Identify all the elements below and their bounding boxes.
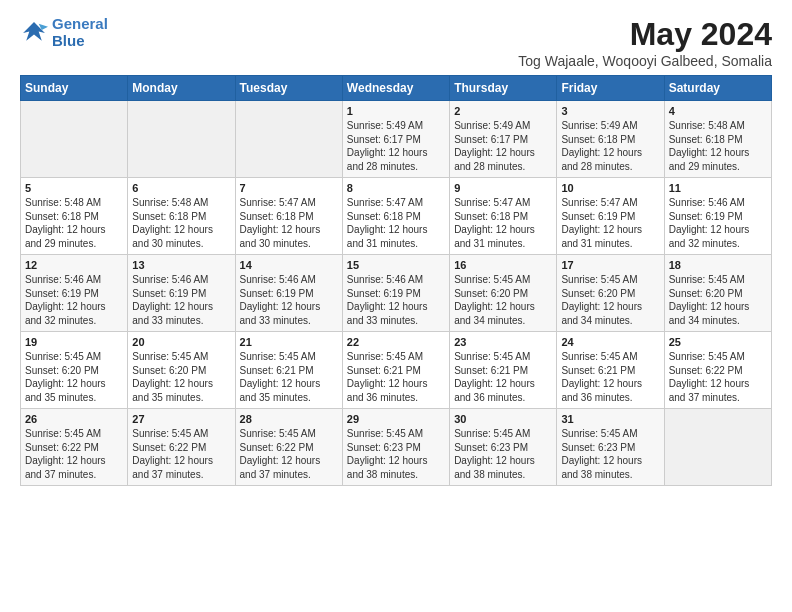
day-number: 24 xyxy=(561,336,659,348)
cell-week1-day3: 1Sunrise: 5:49 AM Sunset: 6:17 PM Daylig… xyxy=(342,101,449,178)
calendar-table: SundayMondayTuesdayWednesdayThursdayFrid… xyxy=(20,75,772,486)
header: General Blue May 2024 Tog Wajaale, Woqoo… xyxy=(20,16,772,69)
cell-week4-day6: 25Sunrise: 5:45 AM Sunset: 6:22 PM Dayli… xyxy=(664,332,771,409)
day-content: Sunrise: 5:48 AM Sunset: 6:18 PM Dayligh… xyxy=(25,196,123,250)
day-number: 8 xyxy=(347,182,445,194)
cell-week5-day2: 28Sunrise: 5:45 AM Sunset: 6:22 PM Dayli… xyxy=(235,409,342,486)
cell-week4-day4: 23Sunrise: 5:45 AM Sunset: 6:21 PM Dayli… xyxy=(450,332,557,409)
day-number: 29 xyxy=(347,413,445,425)
main-title: May 2024 xyxy=(518,16,772,53)
day-number: 27 xyxy=(132,413,230,425)
day-header-friday: Friday xyxy=(557,76,664,101)
day-content: Sunrise: 5:45 AM Sunset: 6:21 PM Dayligh… xyxy=(347,350,445,404)
day-content: Sunrise: 5:48 AM Sunset: 6:18 PM Dayligh… xyxy=(669,119,767,173)
day-header-saturday: Saturday xyxy=(664,76,771,101)
day-header-tuesday: Tuesday xyxy=(235,76,342,101)
day-content: Sunrise: 5:46 AM Sunset: 6:19 PM Dayligh… xyxy=(240,273,338,327)
day-number: 11 xyxy=(669,182,767,194)
day-number: 13 xyxy=(132,259,230,271)
cell-week5-day5: 31Sunrise: 5:45 AM Sunset: 6:23 PM Dayli… xyxy=(557,409,664,486)
page: General Blue May 2024 Tog Wajaale, Woqoo… xyxy=(0,0,792,612)
day-content: Sunrise: 5:49 AM Sunset: 6:17 PM Dayligh… xyxy=(347,119,445,173)
cell-week3-day0: 12Sunrise: 5:46 AM Sunset: 6:19 PM Dayli… xyxy=(21,255,128,332)
cell-week3-day1: 13Sunrise: 5:46 AM Sunset: 6:19 PM Dayli… xyxy=(128,255,235,332)
day-number: 21 xyxy=(240,336,338,348)
cell-week5-day6 xyxy=(664,409,771,486)
day-number: 5 xyxy=(25,182,123,194)
day-content: Sunrise: 5:47 AM Sunset: 6:18 PM Dayligh… xyxy=(347,196,445,250)
day-number: 17 xyxy=(561,259,659,271)
cell-week1-day4: 2Sunrise: 5:49 AM Sunset: 6:17 PM Daylig… xyxy=(450,101,557,178)
day-number: 6 xyxy=(132,182,230,194)
cell-week2-day3: 8Sunrise: 5:47 AM Sunset: 6:18 PM Daylig… xyxy=(342,178,449,255)
cell-week4-day2: 21Sunrise: 5:45 AM Sunset: 6:21 PM Dayli… xyxy=(235,332,342,409)
day-content: Sunrise: 5:45 AM Sunset: 6:20 PM Dayligh… xyxy=(132,350,230,404)
day-content: Sunrise: 5:45 AM Sunset: 6:21 PM Dayligh… xyxy=(240,350,338,404)
calendar-body: 1Sunrise: 5:49 AM Sunset: 6:17 PM Daylig… xyxy=(21,101,772,486)
week-row-3: 12Sunrise: 5:46 AM Sunset: 6:19 PM Dayli… xyxy=(21,255,772,332)
day-number: 9 xyxy=(454,182,552,194)
day-number: 4 xyxy=(669,105,767,117)
day-content: Sunrise: 5:47 AM Sunset: 6:18 PM Dayligh… xyxy=(240,196,338,250)
cell-week4-day5: 24Sunrise: 5:45 AM Sunset: 6:21 PM Dayli… xyxy=(557,332,664,409)
subtitle: Tog Wajaale, Woqooyi Galbeed, Somalia xyxy=(518,53,772,69)
day-content: Sunrise: 5:48 AM Sunset: 6:18 PM Dayligh… xyxy=(132,196,230,250)
day-number: 22 xyxy=(347,336,445,348)
cell-week2-day0: 5Sunrise: 5:48 AM Sunset: 6:18 PM Daylig… xyxy=(21,178,128,255)
cell-week2-day2: 7Sunrise: 5:47 AM Sunset: 6:18 PM Daylig… xyxy=(235,178,342,255)
cell-week1-day6: 4Sunrise: 5:48 AM Sunset: 6:18 PM Daylig… xyxy=(664,101,771,178)
day-content: Sunrise: 5:45 AM Sunset: 6:20 PM Dayligh… xyxy=(454,273,552,327)
day-number: 7 xyxy=(240,182,338,194)
day-content: Sunrise: 5:45 AM Sunset: 6:20 PM Dayligh… xyxy=(669,273,767,327)
cell-week1-day0 xyxy=(21,101,128,178)
cell-week3-day4: 16Sunrise: 5:45 AM Sunset: 6:20 PM Dayli… xyxy=(450,255,557,332)
cell-week5-day4: 30Sunrise: 5:45 AM Sunset: 6:23 PM Dayli… xyxy=(450,409,557,486)
cell-week3-day6: 18Sunrise: 5:45 AM Sunset: 6:20 PM Dayli… xyxy=(664,255,771,332)
logo: General Blue xyxy=(20,16,108,49)
day-content: Sunrise: 5:45 AM Sunset: 6:20 PM Dayligh… xyxy=(25,350,123,404)
header-row: SundayMondayTuesdayWednesdayThursdayFrid… xyxy=(21,76,772,101)
cell-week4-day3: 22Sunrise: 5:45 AM Sunset: 6:21 PM Dayli… xyxy=(342,332,449,409)
day-number: 15 xyxy=(347,259,445,271)
day-number: 20 xyxy=(132,336,230,348)
day-number: 12 xyxy=(25,259,123,271)
day-number: 1 xyxy=(347,105,445,117)
day-content: Sunrise: 5:45 AM Sunset: 6:22 PM Dayligh… xyxy=(25,427,123,481)
cell-week2-day5: 10Sunrise: 5:47 AM Sunset: 6:19 PM Dayli… xyxy=(557,178,664,255)
cell-week4-day0: 19Sunrise: 5:45 AM Sunset: 6:20 PM Dayli… xyxy=(21,332,128,409)
logo-text: General Blue xyxy=(52,16,108,49)
week-row-4: 19Sunrise: 5:45 AM Sunset: 6:20 PM Dayli… xyxy=(21,332,772,409)
day-content: Sunrise: 5:45 AM Sunset: 6:22 PM Dayligh… xyxy=(240,427,338,481)
day-number: 26 xyxy=(25,413,123,425)
day-content: Sunrise: 5:46 AM Sunset: 6:19 PM Dayligh… xyxy=(669,196,767,250)
cell-week4-day1: 20Sunrise: 5:45 AM Sunset: 6:20 PM Dayli… xyxy=(128,332,235,409)
cell-week2-day4: 9Sunrise: 5:47 AM Sunset: 6:18 PM Daylig… xyxy=(450,178,557,255)
cell-week2-day1: 6Sunrise: 5:48 AM Sunset: 6:18 PM Daylig… xyxy=(128,178,235,255)
cell-week3-day3: 15Sunrise: 5:46 AM Sunset: 6:19 PM Dayli… xyxy=(342,255,449,332)
cell-week1-day1 xyxy=(128,101,235,178)
day-content: Sunrise: 5:45 AM Sunset: 6:23 PM Dayligh… xyxy=(561,427,659,481)
day-header-sunday: Sunday xyxy=(21,76,128,101)
day-content: Sunrise: 5:45 AM Sunset: 6:22 PM Dayligh… xyxy=(132,427,230,481)
day-number: 25 xyxy=(669,336,767,348)
day-number: 10 xyxy=(561,182,659,194)
day-header-wednesday: Wednesday xyxy=(342,76,449,101)
week-row-5: 26Sunrise: 5:45 AM Sunset: 6:22 PM Dayli… xyxy=(21,409,772,486)
logo-bird-icon xyxy=(20,19,48,47)
day-header-thursday: Thursday xyxy=(450,76,557,101)
week-row-2: 5Sunrise: 5:48 AM Sunset: 6:18 PM Daylig… xyxy=(21,178,772,255)
calendar-header: SundayMondayTuesdayWednesdayThursdayFrid… xyxy=(21,76,772,101)
cell-week3-day5: 17Sunrise: 5:45 AM Sunset: 6:20 PM Dayli… xyxy=(557,255,664,332)
day-header-monday: Monday xyxy=(128,76,235,101)
cell-week5-day3: 29Sunrise: 5:45 AM Sunset: 6:23 PM Dayli… xyxy=(342,409,449,486)
day-number: 23 xyxy=(454,336,552,348)
title-block: May 2024 Tog Wajaale, Woqooyi Galbeed, S… xyxy=(518,16,772,69)
week-row-1: 1Sunrise: 5:49 AM Sunset: 6:17 PM Daylig… xyxy=(21,101,772,178)
day-content: Sunrise: 5:45 AM Sunset: 6:23 PM Dayligh… xyxy=(454,427,552,481)
day-content: Sunrise: 5:45 AM Sunset: 6:22 PM Dayligh… xyxy=(669,350,767,404)
day-number: 19 xyxy=(25,336,123,348)
day-number: 16 xyxy=(454,259,552,271)
day-content: Sunrise: 5:46 AM Sunset: 6:19 PM Dayligh… xyxy=(25,273,123,327)
day-content: Sunrise: 5:45 AM Sunset: 6:23 PM Dayligh… xyxy=(347,427,445,481)
day-content: Sunrise: 5:49 AM Sunset: 6:17 PM Dayligh… xyxy=(454,119,552,173)
